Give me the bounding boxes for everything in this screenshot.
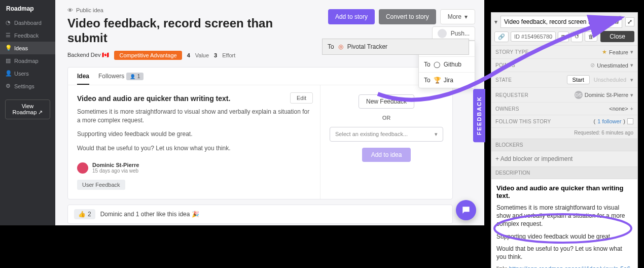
chevron-down-icon: ▾ — [630, 92, 633, 98]
page-title: Video feedback, record screen than submi… — [67, 16, 311, 46]
nav-ideas[interactable]: 💡Ideas — [0, 42, 55, 54]
likes-bar: 👍 2 Dominic and 1 other like this idea 🎉 — [67, 205, 453, 224]
edit-button[interactable]: Edit — [290, 92, 313, 104]
objective-chip: Competitive Advantage — [114, 51, 182, 60]
view-roadmap-button[interactable]: View Roadmap ↗ — [5, 99, 50, 119]
card-body: Edit Video and audio are quicker than wr… — [68, 85, 452, 199]
add-to-story-button[interactable]: Add to story — [328, 9, 375, 24]
header-actions: Add to story Convert to story More▾ — [328, 9, 475, 24]
tab-idea[interactable]: Idea — [77, 73, 89, 85]
idea-p1: Sometimes it is more straightforward to … — [77, 108, 311, 125]
story-title-input[interactable] — [500, 16, 622, 28]
start-button[interactable]: Start — [567, 75, 590, 84]
idea-p2: Supporting video feedback would be great… — [77, 130, 311, 139]
field-requester[interactable]: REQUESTER DSDominic St-Pierre▾ — [491, 88, 637, 103]
unestimated-icon: ⊘ — [590, 62, 595, 69]
delete-icon[interactable]: 🗑 — [585, 31, 597, 42]
author-timestamp: 15 days ago via web — [92, 168, 139, 174]
value-number: 4 — [187, 52, 190, 58]
section-blockers: BLOCKERS — [491, 139, 637, 151]
roadmap-icon: ▥ — [5, 57, 11, 64]
nav-users[interactable]: 👤Users — [0, 67, 55, 80]
nav-roadmap[interactable]: ▥Roadmap — [0, 54, 55, 67]
desc-link[interactable]: https://app.roadmap.space/#/idea/view/p-… — [496, 265, 630, 268]
select-feedback-dropdown[interactable]: Select an existing feedback... ▾ — [330, 127, 443, 142]
main: Public idea Video feedback, record scree… — [55, 0, 484, 225]
push-pivotal-tracker[interactable]: To◎Pivotal Tracker — [322, 39, 469, 55]
push-github[interactable]: To◯Github — [419, 56, 475, 72]
nav-dashboard[interactable]: ◔Dashboard — [0, 16, 55, 29]
requested-timestamp: Requested: 6 minutes ago — [491, 128, 637, 139]
like-button[interactable]: 👍 2 — [74, 209, 95, 219]
nav-label: Ideas — [14, 45, 28, 51]
nav-label: Roadmap — [14, 58, 39, 64]
idea-p3: Would that be useful to you? Let us know… — [77, 144, 311, 153]
close-button[interactable]: Close — [600, 31, 634, 42]
story-id[interactable]: ID #154965780 — [511, 31, 556, 42]
desc-heading: Video and audio are quicker than writing… — [496, 184, 632, 199]
add-to-idea-button[interactable]: Add to idea — [362, 148, 411, 162]
follow-checkbox[interactable] — [627, 118, 633, 124]
push-dropdown: Push... To▣Trello To◯Github To🏆Jira To◎P… — [418, 26, 475, 88]
chat-icon — [461, 205, 471, 215]
collapse-icon[interactable]: ▾ — [494, 18, 497, 25]
tab-followers[interactable]: Followers 1 — [98, 73, 144, 85]
new-feedback-button[interactable]: New Feedback — [359, 94, 414, 109]
add-blocker-button[interactable]: + Add blocker or impediment — [491, 151, 637, 166]
or-label: OR — [382, 115, 391, 121]
nav-feedback[interactable]: ☰Feedback — [0, 29, 55, 42]
chevron-down-icon: ▾ — [464, 13, 468, 20]
state-value: Unscheduled — [592, 76, 628, 84]
nav-label: Users — [14, 71, 29, 77]
copy-icon[interactable]: ⧉ — [558, 31, 569, 42]
github-icon: ◯ — [434, 61, 441, 68]
intercom-launcher[interactable] — [456, 200, 476, 220]
nav-label: Settings — [14, 83, 34, 89]
followers-link[interactable]: 1 follower — [597, 118, 621, 124]
expand-icon[interactable]: ⤢ — [625, 17, 634, 26]
push-jira[interactable]: To🏆Jira — [419, 72, 475, 88]
field-follow: FOLLOW THIS STORY (1 follower) — [491, 115, 637, 128]
sidebar: Roadmap ◔Dashboard ☰Feedback 💡Ideas ▥Roa… — [0, 0, 55, 225]
nav-label: Feedback — [14, 32, 39, 39]
value-label: Value — [195, 52, 209, 58]
desc-p1: Sometimes it is more straightforward to … — [496, 204, 632, 228]
nav-settings[interactable]: ⚙Settings — [0, 80, 55, 92]
plus-icon: + — [630, 106, 633, 112]
nav-label: Dashboard — [14, 20, 42, 26]
effort-label: Effort — [222, 52, 235, 58]
field-state: STATE Start Unscheduled ▾ — [491, 72, 637, 88]
field-points[interactable]: POINTS ⊘Unestimated▾ — [491, 59, 637, 72]
convert-to-story-button[interactable]: Convert to story — [379, 9, 436, 24]
desc-p2: Supporting video feedback would be great… — [496, 232, 632, 241]
roadmap-app: Roadmap ◔Dashboard ☰Feedback 💡Ideas ▥Roa… — [0, 0, 484, 225]
story-header: ▾ ⤢ — [491, 13, 637, 31]
dashboard-icon: ◔ — [5, 19, 11, 26]
author: Dominic St-Pierre 15 days ago via web — [77, 162, 311, 174]
link-icon[interactable]: 🔗 — [494, 31, 509, 42]
brand: Roadmap — [0, 0, 55, 16]
feedback-side-tab[interactable]: FEEDBACK — [473, 89, 485, 142]
settings-icon: ⚙ — [5, 83, 11, 89]
story-toolbar: 🔗 ID #154965780 ⧉ ↺ 🗑 Close — [491, 31, 637, 46]
likes-text: Dominic and 1 other like this idea 🎉 — [100, 211, 199, 218]
avatar — [77, 162, 88, 174]
team-label: Backend Dev 🇨🇦 — [67, 52, 109, 58]
field-owners[interactable]: OWNERS <none>+ — [491, 103, 637, 115]
pivotal-tracker-icon: ◎ — [337, 43, 344, 50]
chevron-down-icon: ▾ — [435, 131, 438, 138]
star-icon: ★ — [602, 49, 607, 55]
history-icon[interactable]: ↺ — [571, 31, 583, 42]
jira-icon: 🏆 — [434, 77, 441, 84]
avatar: DS — [575, 91, 583, 99]
description-body[interactable]: Video and audio are quicker than writing… — [491, 179, 637, 268]
chevron-down-icon: ▾ — [630, 77, 633, 83]
more-button[interactable]: More▾ — [440, 9, 475, 24]
feedback-panel: New Feedback OR Select an existing feedb… — [320, 85, 452, 199]
field-story-type[interactable]: STORY TYPE ★Feature▾ — [491, 46, 637, 59]
section-description: DESCRIPTION — [491, 166, 637, 179]
idea-heading: Video and audio are quicker than writing… — [77, 94, 311, 103]
ideas-icon: 💡 — [5, 45, 11, 51]
feedback-icon: ☰ — [5, 32, 11, 39]
tabs: Idea Followers 1 — [68, 68, 452, 85]
